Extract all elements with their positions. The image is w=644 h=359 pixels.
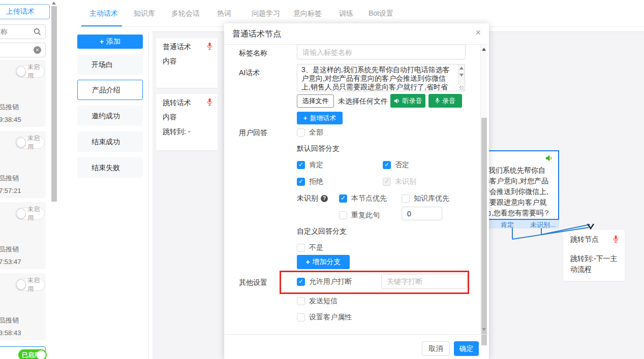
enable-toggle[interactable]: 未启用 <box>15 207 45 220</box>
resize-handle[interactable] <box>459 86 464 90</box>
node-title: 跳转话术 <box>163 99 191 108</box>
checkbox-affirm[interactable] <box>297 161 305 169</box>
speaker-icon[interactable] <box>545 155 553 161</box>
checkbox-negative-label: 否定 <box>395 160 409 170</box>
checkbox-node-first[interactable] <box>339 194 347 203</box>
campaign-card-enabled[interactable]: 已启用 <box>0 346 46 359</box>
sidebar-item-product-intro[interactable]: 产品介绍 <box>77 80 143 100</box>
campaign-time: 7:53:47 <box>0 258 21 266</box>
repeat-count-input[interactable] <box>402 207 442 220</box>
textarea-scrollbar[interactable] <box>458 64 465 85</box>
mic-icon <box>435 97 440 104</box>
add-flow-button[interactable]: + 添加 <box>77 35 143 49</box>
scroll-down-arrow[interactable] <box>482 328 486 331</box>
checkbox-repeat[interactable] <box>339 211 347 219</box>
tab-multi-turn[interactable]: 多轮会话 <box>171 9 200 18</box>
node-jump-target[interactable]: 跳转节点 跳转到:-下一主动流程 <box>563 230 625 281</box>
clear-icon[interactable]: × <box>34 46 41 54</box>
mic-icon[interactable] <box>207 98 212 106</box>
checkbox-allow-interrupt[interactable] <box>297 278 305 286</box>
checkbox-row-send-sms: 发送短信 <box>297 296 338 307</box>
campaign-title: 品推销 <box>0 245 19 254</box>
field-label-other-settings: 其他设置 <box>239 278 267 287</box>
help-icon[interactable]: ? <box>321 195 328 202</box>
confirm-button[interactable]: 确定 <box>454 341 479 356</box>
sidebar-item-end-success[interactable]: 结束成功 <box>77 132 143 152</box>
enable-toggle[interactable]: 未启用 <box>15 65 45 78</box>
tab-active-scripts[interactable]: 主动话术 <box>89 9 118 18</box>
enable-toggle[interactable]: 未启用 <box>15 278 45 291</box>
checkbox-row-node-first: 本节点优先 <box>339 193 387 204</box>
upload-script-panel: 上传话术 称 × 未启用 品推销 9:38:45 未启用 <box>0 0 50 359</box>
script-search-input[interactable]: 称 <box>0 24 46 39</box>
checkbox-not[interactable] <box>297 244 305 252</box>
label-name-input[interactable] <box>297 45 466 59</box>
scroll-up-arrow[interactable] <box>482 48 486 51</box>
search-icon[interactable] <box>34 28 41 36</box>
scroll-down-arrow[interactable] <box>459 74 464 77</box>
campaign-card[interactable]: 未启用 品推销 9:38:45 <box>0 60 46 127</box>
checkbox-set-attr[interactable] <box>297 313 305 321</box>
campaign-card[interactable]: 未启用 品推销 3:58:43 <box>0 273 46 340</box>
choose-file-button[interactable]: 选择文件 <box>297 94 334 108</box>
checkbox-negative[interactable] <box>383 161 391 169</box>
add-script-button[interactable]: + 新增话术 <box>297 112 343 124</box>
tab-hot-words[interactable]: 热词 <box>217 9 231 18</box>
upload-script-label: 上传话术 <box>6 7 35 15</box>
filter-input[interactable]: × <box>0 43 46 57</box>
close-icon[interactable]: × <box>475 27 481 38</box>
checkbox-repeat-label: 重复此句 <box>351 211 380 220</box>
scroll-up-arrow[interactable] <box>52 2 56 5</box>
mic-icon[interactable] <box>613 235 619 243</box>
sidebar-item-opening[interactable]: 开场白 <box>77 54 143 75</box>
enable-toggle[interactable]: 未启用 <box>15 136 45 149</box>
checkbox-allow-interrupt-label: 允许用户打断 <box>309 277 352 286</box>
toggle-knob <box>16 137 26 148</box>
checkbox-row-yes: 肯定 <box>297 159 323 171</box>
tab-training[interactable]: 训练 <box>339 9 353 18</box>
plus-icon: + <box>305 258 310 266</box>
campaign-card[interactable]: 未启用 品推销 7:53:47 <box>0 202 46 269</box>
modal-scrollbar[interactable] <box>480 45 487 334</box>
flow-sidebar: + 添加 开场白 产品介绍 邀约成功 结束成功 结束失败 <box>57 31 149 359</box>
app-root: 上传话术 称 × 未启用 品推销 9:38:45 未启用 <box>0 0 644 359</box>
enable-toggle-on[interactable]: 已启用 <box>18 349 47 359</box>
branch-label-unrecognized[interactable]: 未识别... <box>530 220 556 230</box>
scrollbar-thumb[interactable] <box>51 6 57 202</box>
node-content: 内容 <box>163 113 177 122</box>
listen-recording-button[interactable]: 听录音 <box>390 94 425 108</box>
node-jump-target: 跳转到: - <box>163 127 190 137</box>
no-file-text: 未选择任何文件 <box>338 97 388 106</box>
scrollbar-thumb[interactable] <box>481 118 487 345</box>
checkbox-all-label: 全部 <box>309 128 323 137</box>
tab-knowledge-base[interactable]: 知识库 <box>134 9 155 18</box>
campaign-title: 品推销 <box>0 316 19 325</box>
tab-question-learning[interactable]: 问题学习 <box>252 9 280 18</box>
checkbox-refuse[interactable] <box>297 178 305 186</box>
checkbox-kb-first[interactable] <box>402 194 410 203</box>
node-jump-script[interactable]: 跳转话术 内容 跳转到: - <box>156 94 218 150</box>
scroll-up-arrow[interactable] <box>459 67 464 70</box>
sidebar-item-invite-success[interactable]: 邀约成功 <box>77 106 143 126</box>
toggle-knob <box>16 66 26 77</box>
checkbox-send-sms[interactable] <box>297 297 305 305</box>
node-normal-script[interactable]: 普通话术 内容 <box>156 38 218 88</box>
choose-file-label: 选择文件 <box>302 97 329 105</box>
checkbox-row-set-attr: 设置客户属性 <box>297 312 352 323</box>
tab-intent-tags[interactable]: 意向标签 <box>293 9 322 18</box>
sidebar-item-end-fail[interactable]: 结束失败 <box>77 157 143 178</box>
checkbox-all[interactable] <box>297 128 305 137</box>
tab-bot-settings[interactable]: Bot设置 <box>369 9 393 18</box>
mic-icon[interactable] <box>207 42 212 50</box>
add-branch-label: 增加分支 <box>313 257 341 267</box>
upload-script-button[interactable]: 上传话术 <box>0 4 50 19</box>
add-branch-button[interactable]: + 增加分支 <box>297 255 350 269</box>
toggle-label: 未启用 <box>27 63 44 80</box>
left-scrollbar[interactable] <box>51 0 57 359</box>
branch-label-affirm[interactable]: 肯定 <box>501 220 514 230</box>
cancel-button[interactable]: 取消 <box>422 341 450 356</box>
campaign-card[interactable]: 未启用 品推销 7:57:21 <box>0 131 46 198</box>
ai-script-textarea[interactable]: 3、是这样的,我们系统先帮你自动打电话筛选客户意向,对您产品有意向的客户会推送到… <box>297 64 465 91</box>
record-button[interactable]: 录音 <box>428 94 462 108</box>
interrupt-keyword-input[interactable] <box>381 274 467 289</box>
